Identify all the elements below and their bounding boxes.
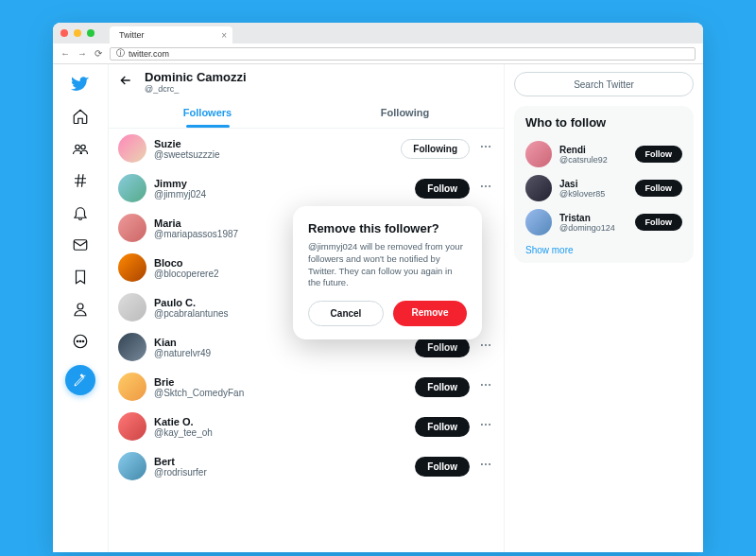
follower-handle: @Sktch_ComedyFan (154, 388, 407, 398)
follow-button[interactable]: Follow (415, 377, 470, 397)
profile-icon[interactable] (68, 297, 93, 321)
svg-point-25 (489, 463, 490, 465)
profile-handle: @_dcrc_ (145, 84, 247, 94)
back-icon[interactable] (118, 73, 133, 92)
svg-point-0 (76, 145, 80, 149)
profile-name: Dominic Camozzi (145, 70, 247, 84)
svg-point-20 (481, 424, 483, 426)
tab-strip: Twitter × (53, 23, 703, 43)
svg-point-18 (485, 384, 487, 386)
follower-row[interactable]: Katie O.@kay_tee_oh Follow (109, 407, 504, 446)
follower-row[interactable]: Suzie@sweetsuzzzie Following (109, 129, 504, 168)
avatar[interactable] (525, 209, 552, 235)
follower-name: Katie O. (154, 416, 407, 427)
avatar[interactable] (118, 214, 146, 242)
avatar[interactable] (118, 253, 146, 282)
follower-handle: @kay_tee_oh (154, 427, 407, 438)
more-options-icon[interactable] (477, 458, 494, 475)
tab-close-icon[interactable]: × (221, 30, 227, 41)
svg-point-14 (481, 344, 483, 346)
more-options-icon[interactable] (477, 180, 494, 197)
svg-point-17 (481, 384, 483, 386)
svg-point-11 (481, 185, 483, 187)
messages-icon[interactable] (68, 233, 93, 257)
compose-tweet-button[interactable] (65, 365, 95, 395)
suggestion-row[interactable]: Rendi@catsrule92 Follow (525, 137, 682, 171)
svg-point-1 (81, 145, 86, 149)
follow-button[interactable]: Follow (635, 146, 683, 163)
svg-point-22 (489, 424, 490, 426)
follow-button[interactable]: Follow (415, 417, 470, 437)
follower-row[interactable]: Bert@rodrisurfer Follow (109, 446, 504, 486)
tab-following[interactable]: Following (306, 99, 504, 128)
svg-point-23 (481, 463, 483, 465)
avatar[interactable] (118, 373, 146, 401)
svg-point-10 (489, 146, 490, 148)
svg-point-21 (485, 424, 487, 426)
suggestion-row[interactable]: Tristan@domingo124 Follow (525, 205, 682, 239)
suggestion-name: Jasi (559, 179, 627, 189)
more-options-icon[interactable] (477, 339, 494, 356)
show-more-link[interactable]: Show more (525, 245, 682, 255)
follow-button[interactable]: Follow (635, 214, 683, 231)
avatar[interactable] (525, 141, 552, 167)
url-text: twitter.com (129, 49, 169, 59)
url-input[interactable]: ⓘ twitter.com (110, 47, 696, 61)
suggestion-row[interactable]: Jasi@k9lover85 Follow (525, 171, 682, 205)
svg-point-24 (485, 463, 487, 465)
search-placeholder: Search Twitter (574, 79, 634, 90)
suggestion-name: Tristan (559, 213, 627, 223)
avatar[interactable] (118, 333, 146, 361)
avatar[interactable] (118, 412, 146, 441)
svg-point-7 (82, 340, 84, 342)
avatar[interactable] (118, 174, 146, 202)
svg-point-16 (489, 344, 490, 346)
followers-tabs: Followers Following (109, 99, 504, 129)
follower-row[interactable]: Brie@Sktch_ComedyFan Follow (109, 367, 504, 407)
right-column: Search Twitter Who to follow Rendi@catsr… (505, 64, 703, 552)
notifications-icon[interactable] (68, 200, 93, 225)
nav-back-icon[interactable]: ← (60, 48, 70, 59)
address-bar-row: ← → ⟳ ⓘ twitter.com (53, 43, 703, 64)
follower-name: Brie (154, 376, 407, 388)
follow-button[interactable]: Follow (415, 179, 470, 199)
twitter-logo-icon[interactable] (68, 72, 93, 96)
follower-handle: @sweetsuzzzie (154, 149, 393, 160)
suggestion-name: Rendi (559, 145, 627, 155)
bookmarks-icon[interactable] (68, 265, 93, 289)
profile-header: Dominic Camozzi @_dcrc_ (109, 64, 504, 99)
home-icon[interactable] (68, 104, 93, 129)
follow-button[interactable]: Follow (415, 457, 470, 477)
window-min-dot[interactable] (74, 29, 81, 37)
follow-button[interactable]: Follow (415, 338, 470, 357)
avatar[interactable] (118, 134, 146, 163)
following-button[interactable]: Following (401, 139, 470, 159)
remove-button[interactable]: Remove (393, 301, 467, 326)
window-close-dot[interactable] (60, 29, 68, 37)
explore-icon[interactable] (68, 168, 93, 193)
browser-tab[interactable]: Twitter × (110, 26, 232, 43)
nav-rail (53, 64, 108, 552)
tab-followers[interactable]: Followers (109, 99, 306, 128)
cancel-button[interactable]: Cancel (308, 301, 384, 326)
avatar[interactable] (118, 293, 146, 321)
more-options-icon[interactable] (477, 140, 494, 157)
nav-forward-icon[interactable]: → (77, 48, 87, 59)
follow-button[interactable]: Follow (635, 180, 683, 197)
modal-body: @jimmyj024 will be removed from your fol… (308, 241, 467, 289)
communities-icon[interactable] (68, 136, 93, 161)
more-options-icon[interactable] (477, 378, 494, 395)
more-options-icon[interactable] (477, 418, 494, 435)
svg-point-5 (77, 340, 78, 342)
avatar[interactable] (118, 452, 146, 480)
svg-point-3 (77, 304, 83, 309)
window-max-dot[interactable] (87, 29, 94, 37)
site-info-icon[interactable]: ⓘ (116, 47, 125, 60)
avatar[interactable] (525, 175, 552, 201)
svg-point-15 (485, 344, 487, 346)
more-icon[interactable] (68, 329, 93, 354)
follower-handle: @rodrisurfer (154, 467, 407, 478)
search-input[interactable]: Search Twitter (514, 72, 694, 96)
follower-row[interactable]: Jimmy@jimmyj024 Follow (109, 168, 504, 208)
nav-reload-icon[interactable]: ⟳ (94, 48, 102, 59)
